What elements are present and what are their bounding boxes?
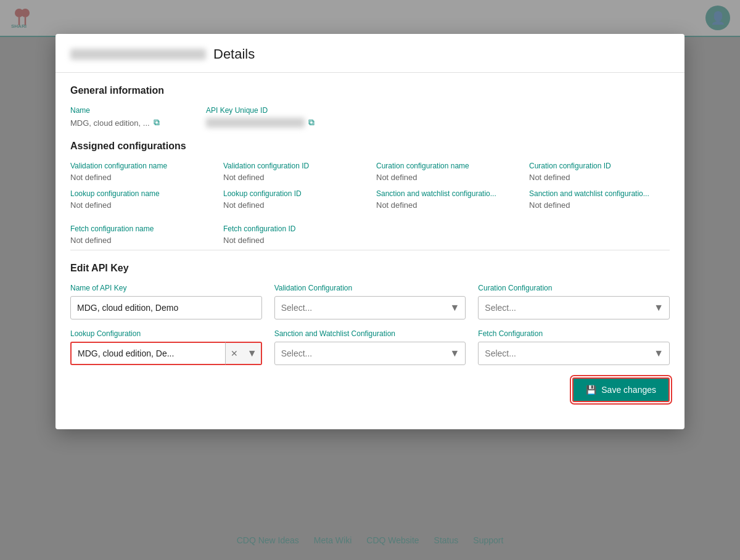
fetch-config-id: Fetch configuration ID Not defined [223, 224, 364, 245]
save-changes-button[interactable]: 💾 Save changes [572, 377, 670, 402]
curation-config-name-value: Not defined [376, 173, 517, 182]
lookup-config-name: Lookup configuration name Not defined [70, 189, 211, 210]
save-button-label: Save changes [601, 385, 656, 395]
sanction-config-group: Sanction and Watchlist Configuration Sel… [274, 329, 466, 365]
fetch-config-select-wrapper: Select... ▼ [478, 342, 670, 365]
sanction-config-select-wrapper: Select... ▼ [274, 342, 466, 365]
lookup-config-clear-button[interactable]: ✕ [225, 342, 244, 365]
validation-config-select-wrapper: Select... ▼ [274, 296, 466, 319]
fetch-config-group: Fetch Configuration Select... ▼ [478, 329, 670, 365]
fetch-config-name: Fetch configuration name Not defined [70, 224, 211, 245]
validation-config-name-label: Validation configuration name [70, 162, 211, 170]
name-field: Name MDG, cloud edition, ... ⧉ [70, 106, 194, 128]
sanction-config-id: Sanction and watchlist configuratio... N… [529, 189, 670, 210]
edit-row-1: Name of API Key Validation Configuration… [70, 284, 670, 319]
curation-config-id: Curation configuration ID Not defined [529, 162, 670, 182]
general-info-row: Name MDG, cloud edition, ... ⧉ API Key U… [70, 106, 670, 128]
curation-config-select[interactable]: Select... [478, 296, 670, 319]
curation-config-name: Curation configuration name Not defined [376, 162, 517, 182]
fetch-config-name-label: Fetch configuration name [70, 224, 211, 233]
sanction-config-name-value: Not defined [376, 200, 517, 210]
lookup-config-form-label: Lookup Configuration [70, 329, 262, 338]
api-key-value-row: ⧉ [206, 117, 670, 128]
modal-title: Details [213, 46, 255, 62]
validation-config-id-value: Not defined [223, 173, 364, 182]
fetch-config-id-label: Fetch configuration ID [223, 224, 364, 233]
lookup-config-group: Lookup Configuration MDG, cloud edition,… [70, 329, 262, 365]
sanction-config-id-label: Sanction and watchlist configuratio... [529, 189, 670, 198]
fetch-config-name-value: Not defined [70, 236, 211, 245]
sanction-config-name-label: Sanction and watchlist configuratio... [376, 189, 517, 198]
validation-config-id: Validation configuration ID Not defined [223, 162, 364, 182]
lookup-config-id: Lookup configuration ID Not defined [223, 189, 364, 210]
section-divider [70, 250, 670, 250]
general-info-heading: General information [70, 85, 670, 96]
name-label: Name [70, 106, 194, 115]
validation-config-group: Validation Configuration Select... ▼ [274, 284, 466, 319]
save-icon: 💾 [586, 385, 596, 395]
api-key-label: API Key Unique ID [206, 106, 670, 115]
details-modal: Details General information Name MDG, cl… [56, 34, 684, 429]
sanction-config-label: Sanction and Watchlist Configuration [274, 329, 466, 338]
lookup-config-value: MDG, cloud edition, De... [70, 342, 225, 365]
fetch-config-id-value: Not defined [223, 236, 364, 245]
modal-header: Details [56, 34, 684, 73]
validation-config-name-value: Not defined [70, 173, 211, 182]
lookup-config-dropdown-button[interactable]: ▼ [244, 342, 262, 365]
header-blurred-name [70, 49, 206, 60]
fetch-config-select[interactable]: Select... [478, 342, 670, 365]
name-value-row: MDG, cloud edition, ... ⧉ [70, 117, 194, 128]
api-key-field: API Key Unique ID ⧉ [206, 106, 670, 128]
curation-config-id-value: Not defined [529, 173, 670, 182]
name-of-api-key-group: Name of API Key [70, 284, 262, 319]
validation-config-id-label: Validation configuration ID [223, 162, 364, 170]
sanction-config-name: Sanction and watchlist configuratio... N… [376, 189, 517, 210]
lookup-config-name-label: Lookup configuration name [70, 189, 211, 198]
validation-config-label: Validation Configuration [274, 284, 466, 292]
curation-config-id-label: Curation configuration ID [529, 162, 670, 170]
curation-config-name-label: Curation configuration name [376, 162, 517, 170]
sanction-config-select[interactable]: Select... [274, 342, 466, 365]
lookup-config-id-label: Lookup configuration ID [223, 189, 364, 198]
fetch-row: Fetch configuration name Not defined Fet… [70, 224, 670, 245]
name-of-api-key-label: Name of API Key [70, 284, 262, 292]
curation-config-select-wrapper: Select... ▼ [478, 296, 670, 319]
sanction-config-id-value: Not defined [529, 200, 670, 210]
name-of-api-key-input[interactable] [70, 296, 262, 319]
api-key-blurred [206, 118, 305, 128]
copy-api-key-icon[interactable]: ⧉ [308, 117, 319, 128]
edit-api-key-heading: Edit API Key [70, 263, 670, 274]
lookup-config-select-wrapper: MDG, cloud edition, De... ✕ ▼ [70, 342, 262, 365]
assigned-configs-grid: Validation configuration name Not define… [70, 162, 670, 210]
copy-name-icon[interactable]: ⧉ [154, 117, 165, 128]
lookup-config-id-value: Not defined [223, 200, 364, 210]
validation-config-name: Validation configuration name Not define… [70, 162, 211, 182]
fetch-config-form-label: Fetch Configuration [478, 329, 670, 338]
name-value: MDG, cloud edition, ... [70, 118, 150, 128]
modal-body: General information Name MDG, cloud edit… [56, 73, 684, 414]
curation-config-group: Curation Configuration Select... ▼ [478, 284, 670, 319]
lookup-config-name-value: Not defined [70, 200, 211, 210]
validation-config-select[interactable]: Select... [274, 296, 466, 319]
edit-row-2: Lookup Configuration MDG, cloud edition,… [70, 329, 670, 365]
save-button-wrapper: 💾 Save changes [70, 377, 670, 402]
curation-config-label: Curation Configuration [478, 284, 670, 292]
assigned-configs-heading: Assigned configurations [70, 141, 670, 152]
